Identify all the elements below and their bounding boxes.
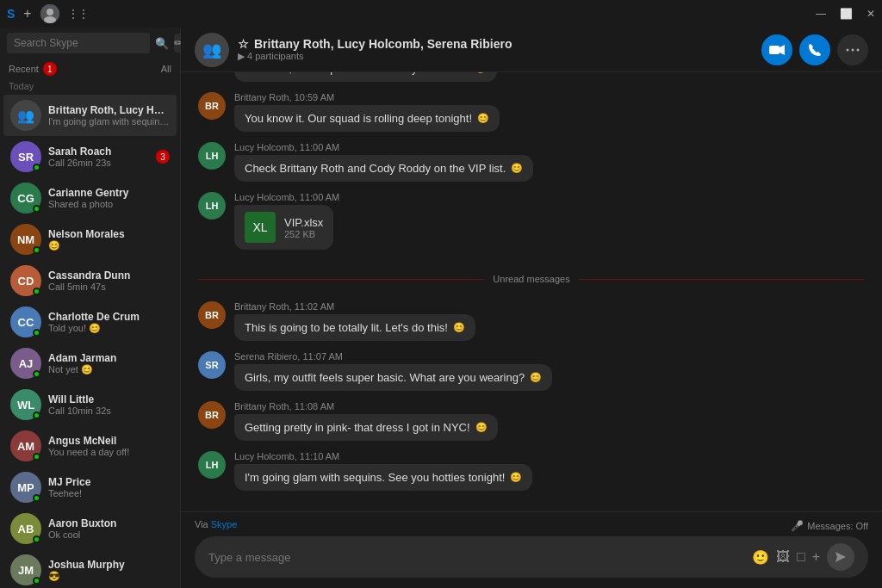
msg-reaction-icon[interactable]: 😊: [475, 72, 487, 74]
msg-reaction-icon[interactable]: 😊: [530, 372, 542, 383]
contact-preview: 😎: [48, 571, 170, 582]
all-label[interactable]: All: [161, 64, 171, 74]
msg-bubble: Girls, my outfit feels super basic. What…: [234, 364, 552, 391]
contact-name: Carianne Gentry: [48, 187, 170, 199]
contact-item-carianne-gentry[interactable]: CGCarianne GentryShared a photo: [3, 177, 177, 219]
contact-avatar: CC: [10, 306, 41, 337]
contact-item-cassandra-dunn[interactable]: CDCassandra DunnCall 5min 47s: [3, 260, 177, 301]
maximize-button[interactable]: ⬜: [840, 8, 853, 20]
contact-item-sarah-roach[interactable]: SRSarah RoachCall 26min 23s3: [3, 136, 177, 177]
user-avatar[interactable]: [40, 4, 59, 23]
contact-name: Joshua Murphy: [48, 559, 170, 571]
msg-text: You know it. Our squad is rolling deep t…: [245, 112, 472, 125]
search-icon: 🔍: [155, 37, 169, 50]
sidebar: 🔍 ✏ Recent 1 All Today 👥Brittany Roth, L…: [0, 28, 181, 588]
svg-marker-8: [835, 552, 846, 562]
msg-reaction-icon[interactable]: 😊: [475, 422, 488, 433]
contact-item-group-chat[interactable]: 👥Brittany Roth, Lucy Holcomb, S...I'm go…: [3, 95, 177, 136]
minimize-button[interactable]: —: [816, 8, 826, 20]
contact-avatar: SR: [10, 141, 41, 172]
recent-header: Recent 1 All: [0, 59, 180, 79]
msg-bubble: You know it. Our squad is rolling deep t…: [234, 105, 500, 132]
msg-reaction-icon[interactable]: 😊: [453, 322, 465, 333]
contact-info: Adam JarmanNot yet 😊: [48, 352, 170, 375]
svg-point-5: [847, 48, 849, 51]
msg-content: Serena Ribiero, 11:07 AMGirls, my outfit…: [234, 351, 865, 391]
recent-badge: 1: [43, 62, 57, 76]
contact-item-charlotte-de-crum[interactable]: CCCharlotte De CrumTold you! 😊: [3, 301, 177, 343]
msg-text: Getting pretty in pink- that dress I got…: [245, 421, 470, 434]
contact-item-joshua-murphy[interactable]: JMJoshua Murphy😎: [3, 549, 177, 588]
msg-bubble: Getting pretty in pink- that dress I got…: [234, 414, 498, 441]
contact-item-nelson-morales[interactable]: NMNelson Morales😊: [3, 219, 177, 260]
msg-bubble: Check Brittany Roth and Cody Roddy on th…: [234, 155, 533, 182]
msg-avatar: LH: [198, 192, 226, 220]
msg-avatar: SR: [198, 351, 226, 379]
media-button[interactable]: □: [797, 549, 805, 565]
audio-call-button[interactable]: [799, 34, 830, 65]
msg-sender: Lucy Holcomb, 11:00 AM: [234, 142, 865, 152]
contact-name: MJ Price: [48, 476, 170, 488]
contact-preview: 😊: [48, 240, 170, 251]
contact-item-will-little[interactable]: WLWill LittleCall 10min 32s: [3, 384, 177, 425]
emoji-button[interactable]: 🙂: [752, 549, 769, 566]
contact-item-aaron-buxton[interactable]: ABAaron BuxtonOk cool: [3, 508, 177, 549]
contact-name: Brittany Roth, Lucy Holcomb, S...: [48, 104, 170, 116]
contact-avatar: NM: [10, 224, 41, 255]
chat-header-actions: [761, 34, 868, 65]
chat-avatar: 👥: [195, 33, 229, 67]
msg-bubble: This is going to be totally lit. Let's d…: [234, 314, 475, 341]
attachment-button[interactable]: +: [812, 549, 820, 565]
contact-info: MJ PriceTeehee!: [48, 476, 170, 498]
contact-name: Cassandra Dunn: [48, 269, 170, 282]
contact-info: Cassandra DunnCall 5min 47s: [48, 269, 170, 292]
msg-reaction-icon[interactable]: 😊: [511, 163, 523, 174]
chat-participants: ▶ 4 participants: [238, 51, 761, 62]
message-group: LHLucy Holcomb, 11:00 AMCheck Brittany R…: [198, 142, 865, 182]
contact-avatar: AB: [10, 513, 41, 544]
contact-info: Sarah RoachCall 26min 23s: [48, 145, 156, 168]
file-attachment[interactable]: XL VIP.xlsx 252 KB: [234, 205, 333, 250]
contact-avatar: AJ: [10, 348, 41, 379]
input-toolbar: 🙂 🖼 □ +: [752, 549, 820, 566]
messages-off-label: Messages: Off: [807, 521, 868, 531]
contact-avatar: 👥: [10, 100, 41, 131]
contact-item-mj-price[interactable]: MPMJ PriceTeehee!: [3, 467, 177, 508]
msg-reaction-icon[interactable]: 😊: [510, 472, 522, 483]
msg-content: Brittany Roth, 11:02 AMThis is going to …: [234, 301, 865, 341]
contact-name: Nelson Morales: [48, 228, 170, 240]
message-group: BRBrittany Roth, 10:59 AMYou know it. Ou…: [198, 92, 865, 132]
msg-content: Lucy Holcomb, 11:10 AMI'm going glam wit…: [234, 451, 865, 491]
skype-logo: S: [7, 7, 15, 21]
send-button[interactable]: [827, 543, 854, 571]
search-input[interactable]: [7, 33, 150, 53]
contact-item-adam-jarman[interactable]: AJAdam JarmanNot yet 😊: [3, 343, 177, 384]
contact-avatar: JM: [10, 554, 41, 585]
more-options-button[interactable]: [837, 34, 868, 65]
unread-divider: Unread messages: [198, 274, 865, 284]
contact-badge: 3: [156, 150, 170, 164]
msg-sender: Lucy Holcomb, 11:00 AM: [234, 192, 865, 202]
contact-info: Carianne GentryShared a photo: [48, 187, 170, 209]
msg-sender: Brittany Roth, 10:59 AM: [234, 92, 865, 102]
file-icon: XL: [245, 212, 276, 243]
contact-item-angus-mcneil[interactable]: AMAngus McNeilYou need a day off!: [3, 425, 177, 467]
chat-header-info: ☆ Brittany Roth, Lucy Holcomb, Serena Ri…: [238, 37, 761, 62]
svg-point-7: [857, 48, 860, 51]
contact-avatar: WL: [10, 389, 41, 420]
close-button[interactable]: ✕: [866, 8, 875, 20]
contact-avatar: MP: [10, 472, 41, 503]
grid-icon[interactable]: ⋮⋮: [68, 8, 89, 20]
svg-point-6: [852, 48, 854, 51]
contact-info: Joshua Murphy😎: [48, 559, 170, 582]
contact-info: Brittany Roth, Lucy Holcomb, S...I'm goi…: [48, 104, 170, 127]
msg-reaction-icon[interactable]: 😊: [477, 113, 489, 124]
image-button[interactable]: 🖼: [776, 549, 790, 565]
star-icon[interactable]: ☆: [238, 37, 249, 51]
msg-content: Brittany Roth, 10:59 AMYou know it. Our …: [234, 92, 865, 132]
video-call-button[interactable]: [761, 34, 792, 65]
skype-brand[interactable]: Skype: [211, 519, 238, 529]
file-size: 252 KB: [284, 229, 323, 239]
add-button[interactable]: +: [23, 6, 31, 22]
message-input[interactable]: [208, 551, 745, 564]
